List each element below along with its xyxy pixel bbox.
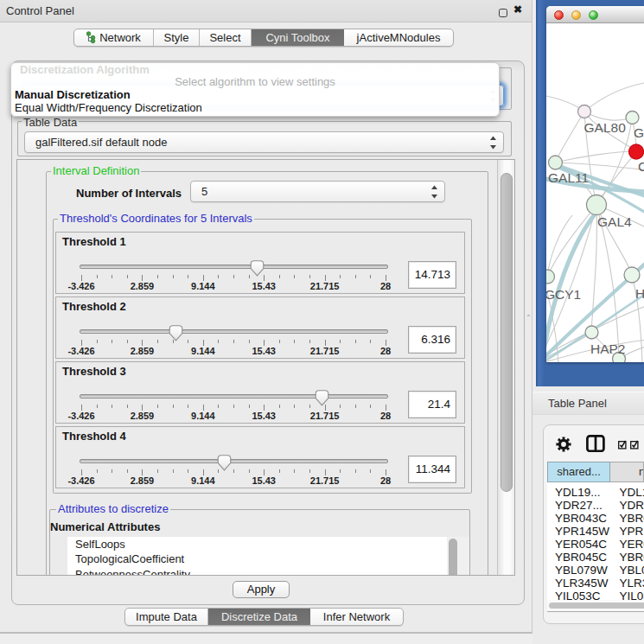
svg-text:H: H bbox=[635, 286, 644, 301]
svg-text:GCY1: GCY1 bbox=[546, 287, 581, 302]
svg-text:GA: GA bbox=[634, 125, 644, 140]
svg-text:HAP2: HAP2 bbox=[590, 341, 626, 356]
svg-text:GAL80: GAL80 bbox=[584, 120, 627, 135]
svg-text:C: C bbox=[638, 159, 644, 174]
svg-text:GAL4: GAL4 bbox=[597, 214, 632, 229]
svg-text:GAL11: GAL11 bbox=[548, 170, 589, 185]
